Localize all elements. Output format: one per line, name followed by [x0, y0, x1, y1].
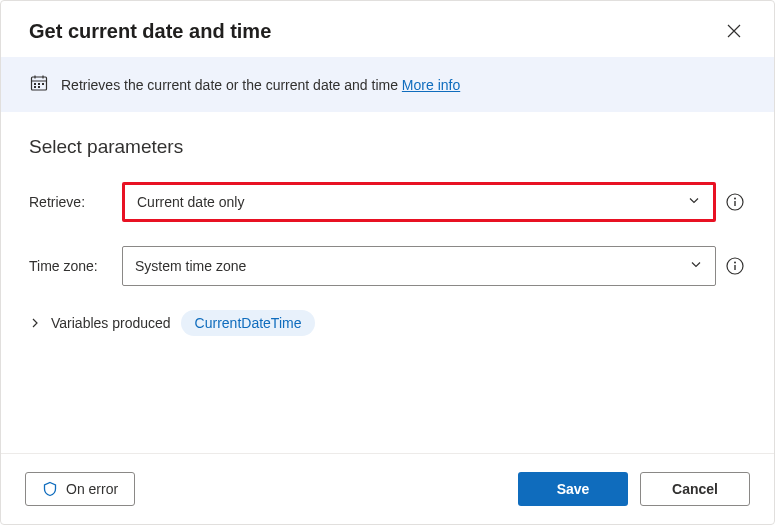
svg-point-13 [734, 262, 736, 264]
save-button[interactable]: Save [518, 472, 628, 506]
timezone-select-wrapper: System time zone [122, 246, 716, 286]
info-banner: Retrieves the current date or the curren… [1, 57, 774, 112]
svg-rect-7 [34, 86, 36, 88]
timezone-value: System time zone [135, 258, 246, 274]
svg-rect-6 [42, 83, 44, 85]
timezone-field-row: Time zone: System time zone [29, 246, 746, 286]
info-icon [726, 257, 744, 275]
info-icon [726, 193, 744, 211]
dialog-header: Get current date and time [1, 1, 774, 57]
dialog-footer: On error Save Cancel [1, 453, 774, 524]
retrieve-info-button[interactable] [724, 191, 746, 213]
chevron-right-icon[interactable] [29, 317, 41, 329]
svg-point-10 [734, 198, 736, 200]
close-icon [726, 23, 742, 39]
retrieve-field-row: Retrieve: Current date only [29, 182, 746, 222]
retrieve-select-wrapper: Current date only [122, 182, 716, 222]
retrieve-select[interactable]: Current date only [122, 182, 716, 222]
timezone-info-button[interactable] [724, 255, 746, 277]
section-title: Select parameters [29, 136, 746, 158]
shield-icon [42, 481, 58, 497]
banner-description: Retrieves the current date or the curren… [61, 77, 398, 93]
chevron-down-icon [687, 194, 701, 211]
timezone-select[interactable]: System time zone [122, 246, 716, 286]
close-button[interactable] [722, 19, 746, 43]
more-info-link[interactable]: More info [402, 77, 460, 93]
on-error-button[interactable]: On error [25, 472, 135, 506]
svg-rect-8 [38, 86, 40, 88]
calendar-icon [29, 73, 49, 96]
chevron-down-icon [689, 258, 703, 275]
variable-chip[interactable]: CurrentDateTime [181, 310, 316, 336]
variables-label: Variables produced [51, 315, 171, 331]
timezone-label: Time zone: [29, 258, 114, 274]
retrieve-label: Retrieve: [29, 194, 114, 210]
footer-actions: Save Cancel [518, 472, 750, 506]
dialog: Get current date and time Retrieves the … [0, 0, 775, 525]
svg-rect-4 [34, 83, 36, 85]
on-error-label: On error [66, 481, 118, 497]
banner-text: Retrieves the current date or the curren… [61, 77, 460, 93]
cancel-button[interactable]: Cancel [640, 472, 750, 506]
content-area: Select parameters Retrieve: Current date… [1, 112, 774, 453]
retrieve-value: Current date only [137, 194, 244, 210]
variables-row: Variables produced CurrentDateTime [29, 310, 746, 336]
svg-rect-5 [38, 83, 40, 85]
dialog-title: Get current date and time [29, 20, 271, 43]
